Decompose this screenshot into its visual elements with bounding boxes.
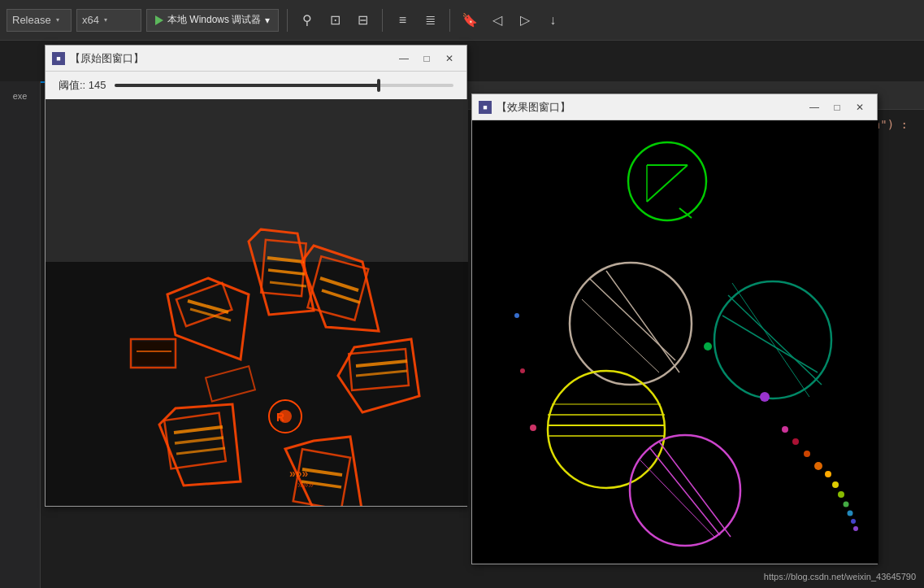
toolbar-icon-5[interactable]: ≣ [419, 9, 441, 32]
slider-thumb [377, 79, 380, 92]
effect-window-controls: — □ ✕ [804, 99, 870, 115]
effect-close-button[interactable]: ✕ [849, 99, 870, 115]
toolbar-icon-1[interactable]: ⚲ [296, 9, 319, 32]
run-button[interactable]: 本地 Windows 调试器 ▾ [146, 9, 279, 32]
toolbar-icon-6[interactable]: ◁ [486, 9, 509, 32]
window-original: ■ 【原始图窗口】 — □ ✕ 阈值:: 145 [45, 45, 467, 507]
toolbar-sep-3 [449, 9, 450, 32]
slider-fill [115, 84, 380, 87]
toolbar-icon-4[interactable]: ≡ [391, 9, 414, 32]
effect-image-canvas [472, 120, 878, 564]
effect-title-bar: ■ 【效果图窗口】 — □ ✕ [472, 94, 877, 120]
original-image-svg: »»» »»» R [46, 99, 468, 506]
arch-dropdown[interactable]: x64 ▾ [76, 9, 141, 32]
play-icon [155, 15, 163, 25]
left-panel-exe: exe [11, 88, 29, 104]
bookmark-icon[interactable]: 🔖 [458, 9, 481, 32]
orig-minimize-button[interactable]: — [393, 50, 414, 67]
effect-minimize-button[interactable]: — [804, 99, 825, 115]
orig-window-icon: ■ [52, 52, 65, 65]
toolbar-icon-8[interactable]: ↓ [541, 9, 564, 32]
svg-rect-2 [46, 262, 468, 506]
effect-window-title: 【效果图窗口】 [497, 100, 799, 115]
main-toolbar: Release ▾ x64 ▾ 本地 Windows 调试器 ▾ ⚲ ⊡ ⊟ ≡… [0, 0, 924, 41]
threshold-slider[interactable] [115, 84, 453, 87]
svg-point-64 [792, 438, 799, 445]
config-arrow: ▾ [56, 16, 59, 24]
svg-point-71 [848, 511, 853, 516]
toolbar-sep-1 [287, 9, 288, 32]
arch-label: x64 [82, 14, 99, 26]
svg-text:»»»: »»» [289, 467, 309, 480]
svg-point-74 [760, 392, 770, 402]
window-effect: ■ 【效果图窗口】 — □ ✕ [471, 94, 878, 564]
orig-close-button[interactable]: ✕ [439, 50, 460, 67]
svg-point-66 [814, 462, 822, 470]
orig-title-bar: ■ 【原始图窗口】 — □ ✕ [46, 46, 466, 72]
run-arrow: ▾ [265, 15, 270, 26]
svg-point-70 [844, 502, 849, 507]
svg-point-72 [851, 519, 856, 524]
svg-text:R: R [276, 411, 284, 424]
svg-point-76 [520, 368, 525, 373]
svg-point-75 [514, 313, 519, 318]
svg-point-69 [838, 491, 844, 498]
effect-window-icon: ■ [479, 101, 492, 114]
run-label: 本地 Windows 调试器 [167, 13, 261, 27]
svg-point-67 [825, 471, 831, 477]
orig-window-title: 【原始图窗口】 [70, 51, 388, 66]
code-text: n") : [874, 118, 908, 131]
svg-point-73 [853, 526, 858, 531]
original-image-canvas: »»» »»» R [46, 99, 468, 506]
slider-container: 阈值:: 145 [46, 72, 466, 99]
left-panel: exe [0, 81, 41, 588]
toolbar-icon-7[interactable]: ▷ [514, 9, 536, 32]
config-label: Release [12, 14, 51, 26]
watermark: https://blog.csdn.net/weixin_43645790 [764, 572, 916, 581]
svg-point-65 [804, 451, 810, 457]
svg-point-52 [704, 342, 712, 351]
orig-maximize-button[interactable]: □ [416, 50, 437, 67]
toolbar-icon-3[interactable]: ⊟ [351, 9, 374, 32]
svg-point-58 [530, 425, 536, 431]
config-dropdown[interactable]: Release ▾ [7, 9, 72, 32]
slider-label: 阈值:: 145 [59, 78, 106, 93]
svg-rect-38 [472, 120, 878, 564]
toolbar-icon-2[interactable]: ⊡ [323, 9, 346, 32]
svg-rect-35 [133, 342, 173, 365]
toolbar-sep-2 [382, 9, 383, 32]
svg-rect-1 [46, 99, 468, 262]
effect-maximize-button[interactable]: □ [826, 99, 848, 115]
svg-point-63 [782, 426, 788, 433]
watermark-text: https://blog.csdn.net/weixin_43645790 [764, 572, 916, 581]
orig-window-controls: — □ ✕ [393, 50, 460, 67]
svg-point-68 [832, 481, 839, 488]
arch-arrow: ▾ [104, 16, 107, 24]
effect-image-svg [472, 120, 878, 564]
svg-text:»»»: »»» [297, 479, 314, 490]
